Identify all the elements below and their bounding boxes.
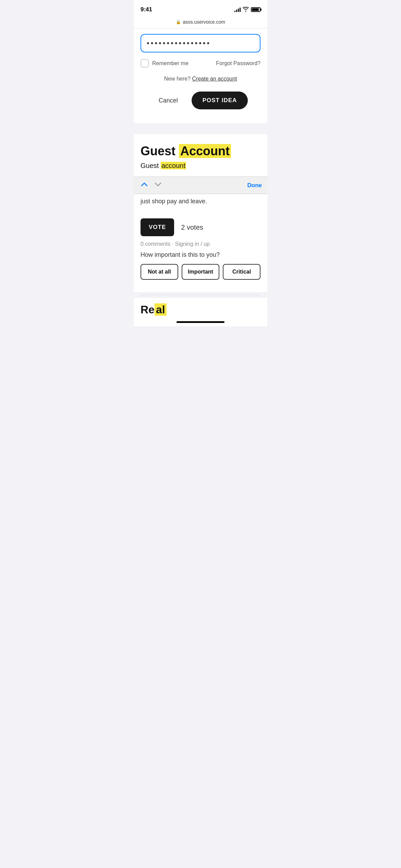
subtitle-start: Guest	[141, 162, 161, 169]
password-dots: ••••••••••••••••	[147, 39, 254, 47]
subtitle-highlight: account	[161, 162, 186, 169]
home-indicator-bar	[134, 318, 267, 326]
status-time: 9:41	[141, 6, 152, 13]
find-previous-button[interactable]	[139, 180, 149, 190]
bottom-title-highlight: al	[155, 303, 167, 316]
bottom-title: Real	[141, 303, 260, 316]
vote-count: 2 votes	[181, 224, 203, 231]
content-section: Guest Account Guest account	[134, 134, 267, 177]
section-divider	[141, 295, 260, 295]
importance-important[interactable]: Important	[182, 264, 219, 280]
password-field[interactable]: ••••••••••••••••	[141, 34, 260, 52]
bottom-section: Real	[134, 298, 267, 318]
page-subtitle: Guest account	[141, 162, 260, 170]
find-next-button[interactable]	[153, 180, 163, 190]
comments-count: 0 comments	[141, 241, 170, 247]
battery-icon	[251, 7, 260, 12]
remember-row: Remember me Forgot Password?	[141, 59, 260, 68]
home-indicator	[177, 321, 224, 323]
status-bar: 9:41	[134, 0, 267, 17]
cancel-button[interactable]: Cancel	[153, 94, 183, 108]
new-here-text: New here?	[164, 76, 191, 82]
gray-separator	[134, 123, 267, 134]
body-text-content: just shop pay and leave.	[141, 198, 207, 205]
find-arrows	[139, 180, 163, 190]
main-content-top: •••••••••••••••• Remember me Forgot Pass…	[134, 28, 267, 123]
url-text: asos.uservoice.com	[183, 19, 225, 25]
meta-row: 0 comments · Signing in / up	[141, 241, 260, 247]
lock-icon: 🔒	[176, 20, 181, 24]
vote-section: VOTE 2 votes 0 comments · Signing in / u…	[134, 213, 267, 292]
body-text: just shop pay and leave.	[134, 194, 267, 213]
remember-left: Remember me	[141, 59, 189, 68]
find-done-button[interactable]: Done	[247, 182, 262, 189]
create-account-link[interactable]: Create an account	[192, 76, 237, 82]
importance-question: How important is this to you?	[141, 251, 260, 258]
importance-buttons: Not at all Important Critical	[141, 264, 260, 280]
remember-me-checkbox[interactable]	[141, 59, 149, 68]
find-toolbar: Done	[134, 177, 267, 194]
title-highlight: Account	[179, 144, 231, 158]
signing-text: Signing in / up	[175, 241, 210, 247]
page-title: Guest Account	[141, 144, 260, 158]
post-idea-button[interactable]: POST IDEA	[192, 92, 248, 109]
vote-button[interactable]: VOTE	[141, 218, 174, 236]
status-icons	[234, 7, 260, 13]
meta-separator: ·	[172, 241, 173, 247]
action-row: Cancel POST IDEA	[141, 92, 260, 118]
importance-critical[interactable]: Critical	[223, 264, 260, 280]
new-here-section: New here? Create an account	[141, 76, 260, 82]
forgot-password-link[interactable]: Forgot Password?	[216, 60, 260, 67]
title-start: Guest	[141, 144, 179, 158]
wifi-icon	[243, 7, 249, 13]
address-bar: 🔒 asos.uservoice.com	[134, 17, 267, 28]
vote-row: VOTE 2 votes	[141, 218, 260, 236]
bottom-title-start: Re	[141, 303, 155, 316]
importance-not-at-all[interactable]: Not at all	[141, 264, 178, 280]
remember-me-label: Remember me	[152, 60, 189, 67]
signal-icon	[234, 7, 241, 12]
